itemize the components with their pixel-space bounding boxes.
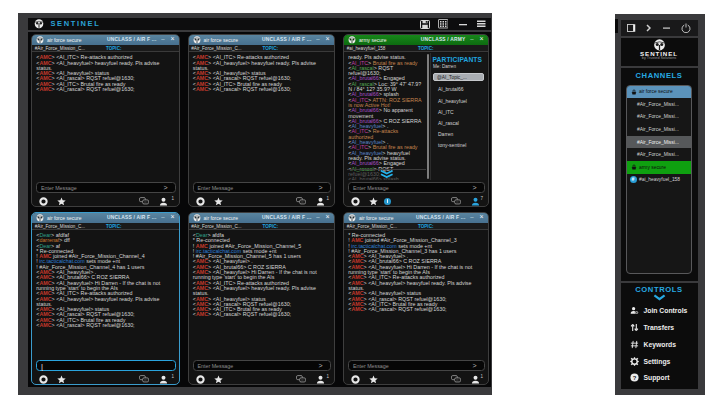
svg-text:?: ? (633, 374, 637, 380)
